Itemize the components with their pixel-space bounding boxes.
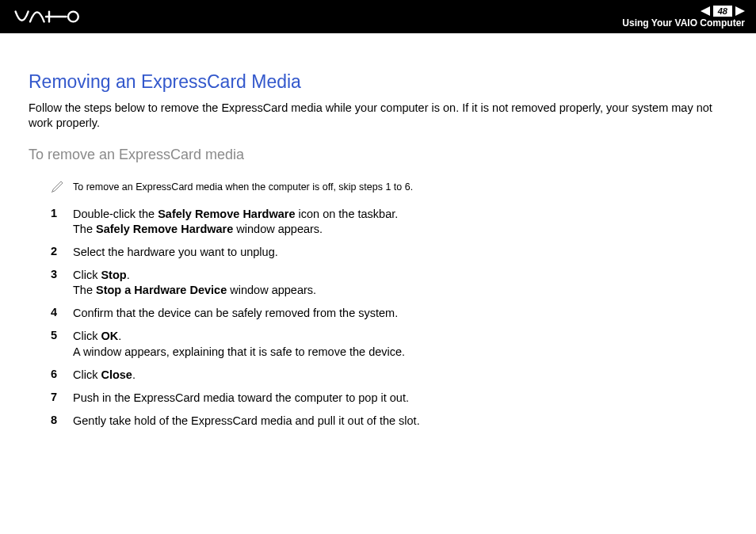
page-number: 48 <box>713 6 732 17</box>
svg-point-2 <box>68 12 78 22</box>
step-text: Double-click the Safely Remove Hardware … <box>73 207 398 237</box>
step-row: 1Double-click the Safely Remove Hardware… <box>51 207 727 237</box>
step-row: 4Confirm that the device can be safely r… <box>51 306 727 321</box>
step-number: 7 <box>51 391 73 403</box>
step-text: Click Stop.The Stop a Hardware Device wi… <box>73 268 316 298</box>
intro-paragraph: Follow the steps below to remove the Exp… <box>29 101 727 131</box>
page-content: Removing an ExpressCard Media Follow the… <box>0 33 756 429</box>
note-pencil-icon <box>51 176 73 197</box>
step-text: Click Close. <box>73 368 136 383</box>
step-text: Confirm that the device can be safely re… <box>73 306 398 321</box>
page-nav: 48 <box>701 6 745 17</box>
note-text: To remove an ExpressCard media when the … <box>73 176 413 194</box>
steps-list: 1Double-click the Safely Remove Hardware… <box>29 207 727 429</box>
step-text: Push in the ExpressCard media toward the… <box>73 391 409 406</box>
step-text: Click OK.A window appears, explaining th… <box>73 329 405 359</box>
step-row: 6Click Close. <box>51 368 727 383</box>
step-number: 2 <box>51 245 73 257</box>
subtitle: To remove an ExpressCard media <box>29 147 727 163</box>
step-row: 2Select the hardware you want to unplug. <box>51 245 727 260</box>
step-row: 8Gently take hold of the ExpressCard med… <box>51 414 727 429</box>
step-number: 5 <box>51 329 73 341</box>
note-row: To remove an ExpressCard media when the … <box>29 176 727 197</box>
step-row: 5Click OK.A window appears, explaining t… <box>51 329 727 359</box>
step-number: 4 <box>51 306 73 318</box>
page-title: Removing an ExpressCard Media <box>29 71 727 93</box>
prev-page-arrow-icon[interactable] <box>701 6 710 16</box>
next-page-arrow-icon[interactable] <box>735 6 745 16</box>
header-right: 48 Using Your VAIO Computer <box>622 6 745 29</box>
step-text: Select the hardware you want to unplug. <box>73 245 278 260</box>
vaio-logo <box>14 9 90 25</box>
header-bar: 48 Using Your VAIO Computer <box>0 0 756 33</box>
step-number: 8 <box>51 414 73 426</box>
step-row: 7Push in the ExpressCard media toward th… <box>51 391 727 406</box>
step-number: 1 <box>51 207 73 219</box>
step-row: 3Click Stop.The Stop a Hardware Device w… <box>51 268 727 298</box>
step-number: 3 <box>51 268 73 280</box>
section-label: Using Your VAIO Computer <box>622 17 745 29</box>
step-text: Gently take hold of the ExpressCard medi… <box>73 414 420 429</box>
step-number: 6 <box>51 368 73 380</box>
